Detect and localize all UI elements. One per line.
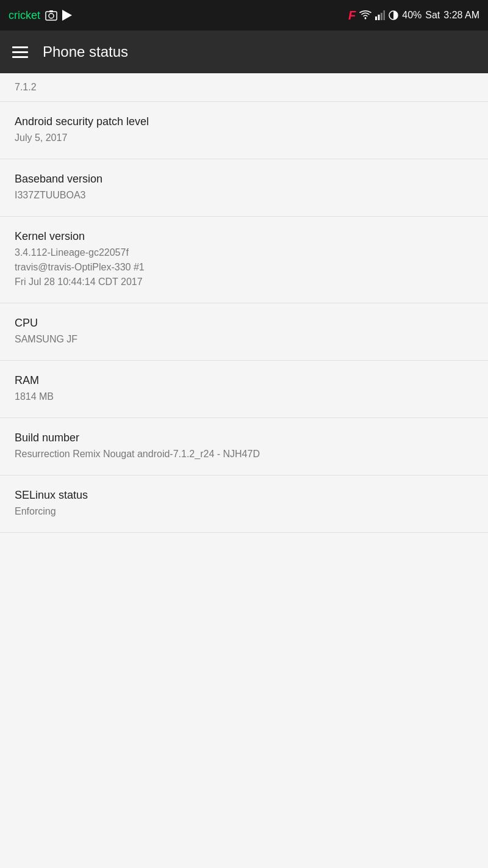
day-label: Sat — [425, 10, 440, 21]
svg-marker-3 — [62, 10, 72, 21]
partial-version-value: 7.1.2 — [15, 82, 37, 92]
selinux-value: Enforcing — [15, 504, 473, 519]
partial-version-row: 7.1.2 — [0, 73, 488, 102]
kernel-value: 3.4.112-Lineage-gc22057f travis@travis-O… — [15, 245, 473, 289]
build-number-value: Resurrection Remix Nougat android-7.1.2_… — [15, 447, 473, 461]
kernel-label: Kernel version — [15, 230, 473, 243]
ram-row: RAM 1814 MB — [0, 361, 488, 418]
security-patch-value: July 5, 2017 — [15, 131, 473, 145]
carrier-label: cricket — [9, 9, 40, 22]
signal-icon — [375, 10, 385, 20]
svg-rect-8 — [384, 10, 386, 20]
svg-rect-7 — [381, 13, 382, 20]
svg-rect-2 — [49, 10, 53, 12]
baseband-row: Baseband version I337ZTUUBOA3 — [0, 159, 488, 217]
wifi-icon — [359, 10, 371, 20]
security-patch-label: Android security patch level — [15, 115, 473, 128]
baseband-label: Baseband version — [15, 173, 473, 186]
status-bar-right: F 40% — [348, 9, 479, 23]
photo-icon — [45, 10, 57, 21]
racing-flag-icon: F — [348, 9, 356, 23]
status-bar-left: cricket — [9, 9, 72, 22]
svg-rect-5 — [375, 16, 377, 20]
battery-percentage: 40% — [402, 10, 422, 21]
baseband-value: I337ZTUUBOA3 — [15, 188, 473, 203]
page-title: Phone status — [43, 43, 128, 60]
svg-point-1 — [49, 13, 54, 18]
toolbar: Phone status — [0, 31, 488, 73]
cpu-value: SAMSUNG JF — [15, 332, 473, 347]
selinux-row: SELinux status Enforcing — [0, 476, 488, 533]
selinux-label: SELinux status — [15, 489, 473, 502]
cpu-label: CPU — [15, 317, 473, 330]
hamburger-menu-button[interactable] — [12, 46, 28, 58]
time-label: 3:28 AM — [443, 10, 479, 21]
svg-rect-0 — [46, 12, 57, 20]
svg-point-4 — [365, 18, 367, 20]
content-area: 7.1.2 Android security patch level July … — [0, 73, 488, 533]
security-patch-row: Android security patch level July 5, 201… — [0, 102, 488, 159]
ram-label: RAM — [15, 374, 473, 387]
do-not-disturb-icon — [389, 10, 398, 20]
build-number-row: Build number Resurrection Remix Nougat a… — [0, 418, 488, 476]
cpu-row: CPU SAMSUNG JF — [0, 303, 488, 361]
status-bar: cricket F — [0, 0, 488, 31]
ram-value: 1814 MB — [15, 389, 473, 404]
svg-rect-6 — [378, 15, 380, 20]
build-number-label: Build number — [15, 432, 473, 444]
kernel-row: Kernel version 3.4.112-Lineage-gc22057f … — [0, 217, 488, 303]
play-store-icon — [62, 10, 72, 21]
